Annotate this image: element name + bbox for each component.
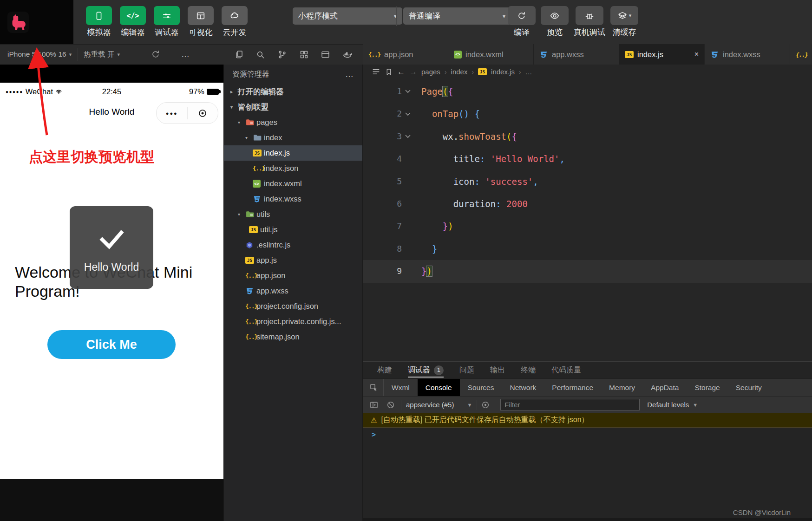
nav-button-layout[interactable]: 可视化 xyxy=(187,6,214,38)
devtools-tab-wxml[interactable]: Wxml xyxy=(384,379,418,396)
action-button-bug[interactable]: 真机调试 xyxy=(574,6,605,38)
editor-tab-in[interactable]: {..} in xyxy=(790,44,811,65)
tree-item-utils[interactable]: ▾utils xyxy=(224,207,362,222)
code-line-9[interactable]: 9 }) xyxy=(363,260,812,282)
devtools-tab-memory[interactable]: Memory xyxy=(601,379,643,396)
inspect-element-icon[interactable] xyxy=(369,383,379,392)
tree-item-project.private.config.js...[interactable]: {..}project.private.config.js... xyxy=(224,314,362,329)
capsule-menu[interactable]: ●●● xyxy=(156,102,218,124)
tree-item-index.json[interactable]: {..}index.json xyxy=(224,161,362,176)
tree-item-打开的编辑器[interactable]: ▸打开的编辑器 xyxy=(224,84,362,99)
devtools-tab-network[interactable]: Network xyxy=(502,379,544,396)
bug-icon xyxy=(576,6,603,25)
devtools-tab-appdata[interactable]: AppData xyxy=(643,379,687,396)
tree-item-index.wxml[interactable]: <>index.wxml xyxy=(224,176,362,191)
tree-item-util.js[interactable]: JSutil.js xyxy=(224,222,362,237)
file-type-icon: JS xyxy=(245,257,256,264)
nav-button-phone[interactable]: 模拟器 xyxy=(85,6,112,38)
devtools-tab-performance[interactable]: Performance xyxy=(544,379,601,396)
devtools-tab-storage[interactable]: Storage xyxy=(687,379,727,396)
refresh-icon[interactable] xyxy=(151,49,161,59)
compile-mode-select[interactable]: 普通编译 ▾ xyxy=(403,7,511,25)
nav-button-code[interactable]: </> 编辑器 xyxy=(119,6,146,38)
editor-tab-index.js[interactable]: JS index.js× xyxy=(619,44,705,65)
tree-item-app.wxss[interactable]: app.wxss xyxy=(224,283,362,299)
device-selector[interactable]: iPhone 5 100% 16 xyxy=(7,50,66,59)
close-icon[interactable]: × xyxy=(694,50,699,59)
devtools-tab-console[interactable]: Console xyxy=(418,379,460,396)
tree-item-sitemap.json[interactable]: {..}sitemap.json xyxy=(224,329,362,345)
toggle-drawer-icon[interactable] xyxy=(369,400,379,410)
blocks-icon[interactable] xyxy=(299,50,309,59)
file-type-icon: {..} xyxy=(245,303,256,310)
tree-item-pages[interactable]: ▾pages xyxy=(224,115,362,130)
breadcrumb-more[interactable]: … xyxy=(525,68,532,76)
more-menu-icon[interactable]: … xyxy=(181,50,190,59)
log-levels-select[interactable]: Default levels ▼ xyxy=(647,401,698,409)
more-dots-icon[interactable]: ●●● xyxy=(157,111,187,116)
hot-reload-toggle[interactable]: 热重载 开 xyxy=(84,50,114,59)
code-area[interactable]: 1 Page({2 onTap() {3 wx.showToast({4 tit… xyxy=(363,80,812,283)
editor-tab-index.wxss[interactable]: index.wxss xyxy=(705,44,790,65)
action-button-layers[interactable]: ▾ 清缓存 xyxy=(610,6,638,38)
docker-icon[interactable] xyxy=(342,50,352,59)
eye-watch-icon[interactable] xyxy=(481,400,490,410)
panel-tab-代码质量[interactable]: 代码质量 xyxy=(551,362,581,378)
fold-icon[interactable] xyxy=(402,103,414,125)
mode-select[interactable]: 小程序模式 ▾ xyxy=(293,7,402,25)
breadcrumb-item[interactable]: index xyxy=(451,68,468,76)
close-target-icon[interactable] xyxy=(188,108,218,118)
code-line-3[interactable]: 3 wx.showToast({ xyxy=(363,125,812,148)
files-icon[interactable] xyxy=(234,50,244,59)
clear-console-icon[interactable] xyxy=(386,400,395,410)
back-icon[interactable]: ← xyxy=(397,67,405,77)
tree-item-index.wxss[interactable]: index.wxss xyxy=(224,191,362,207)
nav-button-tune[interactable]: 调试器 xyxy=(153,6,180,38)
editor-tab-index.wxml[interactable]: <> index.wxml xyxy=(448,44,534,65)
code-line-4[interactable]: 4 title: 'Hello World', xyxy=(363,148,812,170)
action-button-refresh[interactable]: 编译 xyxy=(508,6,536,38)
tree-item-index.js[interactable]: JSindex.js xyxy=(224,145,362,161)
console-filter-input[interactable] xyxy=(500,399,640,410)
devtools-tab-sources[interactable]: Sources xyxy=(460,379,502,396)
git-icon[interactable] xyxy=(277,50,287,59)
breadcrumb-item[interactable]: index.js xyxy=(491,68,515,76)
panel-tab-问题[interactable]: 问题 xyxy=(459,362,474,378)
panel-tab-终端[interactable]: 终端 xyxy=(521,362,536,378)
breadcrumb-item[interactable]: pages xyxy=(421,68,440,76)
tab-label: app.json xyxy=(384,50,413,59)
tree-item-app.json[interactable]: {..}app.json xyxy=(224,268,362,283)
tree-item-app.js[interactable]: JSapp.js xyxy=(224,253,362,268)
action-button-eye[interactable]: 预览 xyxy=(541,6,569,38)
panel-tab-输出[interactable]: 输出 xyxy=(490,362,505,378)
code-line-8[interactable]: 8 } xyxy=(363,238,812,260)
panel-tab-构建[interactable]: 构建 xyxy=(377,362,392,378)
battery-icon xyxy=(207,89,219,95)
bookmark-icon[interactable] xyxy=(385,68,393,76)
editor-tab-app.json[interactable]: {..} app.json xyxy=(363,44,448,65)
window-icon[interactable] xyxy=(321,50,330,59)
code-line-5[interactable]: 5 icon: 'success', xyxy=(363,170,812,193)
explorer-more-icon[interactable]: … xyxy=(345,70,354,79)
console-prompt[interactable]: > xyxy=(363,428,812,442)
search-icon[interactable] xyxy=(255,50,265,59)
levels-value: Default levels xyxy=(647,401,689,409)
devtools-tab-security[interactable]: Security xyxy=(728,379,770,396)
context-select[interactable]: appservice (#5) ▼ xyxy=(406,401,472,409)
tree-item-project.config.json[interactable]: {..}project.config.json xyxy=(224,299,362,314)
chevron-down-icon: ▾ xyxy=(245,135,253,140)
tree-item-index[interactable]: ▾index xyxy=(224,130,362,145)
fold-icon[interactable] xyxy=(402,125,414,148)
code-line-7[interactable]: 7 }) xyxy=(363,215,812,237)
outline-icon[interactable] xyxy=(372,67,380,76)
fold-icon[interactable] xyxy=(402,80,414,103)
tree-item-.eslintrc.js[interactable]: .eslintrc.js xyxy=(224,237,362,253)
code-line-1[interactable]: 1 Page({ xyxy=(363,80,812,103)
click-me-button[interactable]: Click Me xyxy=(47,330,176,359)
editor-tab-app.wxss[interactable]: app.wxss xyxy=(534,44,619,65)
tree-item-皆创联盟[interactable]: ▾皆创联盟 xyxy=(224,99,362,115)
nav-button-cloud[interactable]: 云开发 xyxy=(221,6,248,38)
panel-tab-调试器[interactable]: 调试器1 xyxy=(408,362,444,378)
code-line-6[interactable]: 6 duration: 2000 xyxy=(363,193,812,215)
code-line-2[interactable]: 2 onTap() { xyxy=(363,103,812,125)
